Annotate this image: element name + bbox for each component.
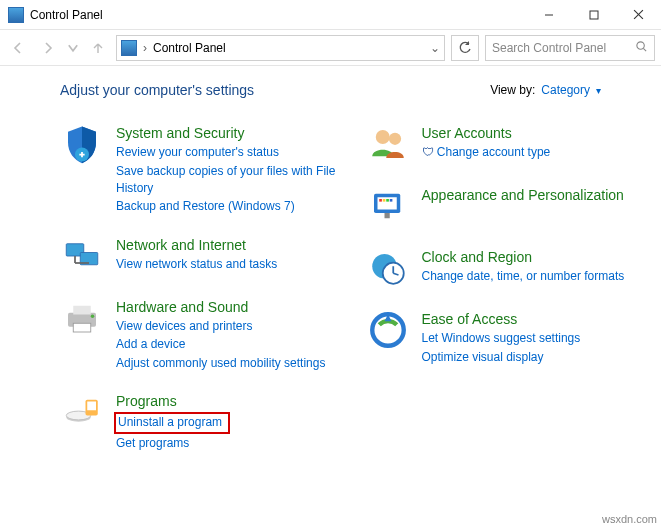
view-by-value[interactable]: Category (541, 83, 590, 97)
clock-icon (366, 246, 410, 290)
category-clock-and-region: Clock and Region Change date, time, or n… (366, 246, 642, 290)
svg-point-19 (375, 130, 389, 144)
svg-rect-27 (384, 213, 389, 218)
view-by-control: View by: Category ▾ (490, 83, 601, 97)
category-title[interactable]: User Accounts (422, 124, 551, 142)
recent-locations-button[interactable] (66, 36, 80, 60)
shield-icon (60, 122, 104, 166)
right-column: User Accounts 🛡 Change account type Appe… (366, 122, 642, 470)
chevron-down-icon[interactable]: ⌄ (430, 41, 440, 55)
control-panel-app-icon (8, 7, 24, 23)
close-button[interactable] (616, 0, 661, 30)
category-network-and-internet: Network and Internet View network status… (60, 234, 336, 278)
link-backup-restore[interactable]: Backup and Restore (Windows 7) (116, 198, 336, 215)
address-bar[interactable]: › Control Panel ⌄ (116, 35, 445, 61)
svg-rect-1 (590, 11, 598, 19)
search-placeholder: Search Control Panel (492, 41, 606, 55)
titlebar: Control Panel (0, 0, 661, 30)
category-title[interactable]: Ease of Access (422, 310, 581, 328)
link-mobility-settings[interactable]: Adjust commonly used mobility settings (116, 355, 325, 372)
category-ease-of-access: Ease of Access Let Windows suggest setti… (366, 308, 642, 366)
search-icon (635, 40, 648, 56)
link-file-history[interactable]: Save backup copies of your files with Fi… (116, 163, 336, 198)
link-change-account-type[interactable]: 🛡 Change account type (422, 144, 551, 161)
link-network-status[interactable]: View network status and tasks (116, 256, 277, 273)
user-accounts-icon (366, 122, 410, 166)
control-panel-icon (121, 40, 137, 56)
category-title[interactable]: Appearance and Personalization (422, 186, 624, 204)
link-devices-printers[interactable]: View devices and printers (116, 318, 325, 335)
svg-rect-23 (379, 199, 382, 202)
svg-rect-24 (382, 199, 385, 202)
svg-rect-25 (386, 199, 389, 202)
svg-line-5 (643, 48, 646, 51)
network-icon (60, 234, 104, 278)
page-title: Adjust your computer's settings (60, 82, 254, 98)
chevron-right-icon[interactable]: › (143, 41, 147, 55)
forward-button[interactable] (36, 36, 60, 60)
minimize-button[interactable] (526, 0, 571, 30)
ease-of-access-icon (366, 308, 410, 352)
window-title: Control Panel (30, 8, 103, 22)
left-column: System and Security Review your computer… (60, 122, 336, 470)
programs-icon (60, 390, 104, 434)
category-user-accounts: User Accounts 🛡 Change account type (366, 122, 642, 166)
caret-down-icon[interactable]: ▾ (596, 85, 601, 96)
category-title[interactable]: System and Security (116, 124, 336, 142)
content-area: Adjust your computer's settings View by:… (0, 66, 661, 480)
maximize-button[interactable] (571, 0, 616, 30)
category-hardware-and-sound: Hardware and Sound View devices and prin… (60, 296, 336, 372)
category-title[interactable]: Network and Internet (116, 236, 277, 254)
link-optimize-display[interactable]: Optimize visual display (422, 349, 581, 366)
link-uninstall-program[interactable]: Uninstall a program (118, 415, 222, 429)
link-review-status[interactable]: Review your computer's status (116, 144, 336, 161)
up-button[interactable] (86, 36, 110, 60)
link-date-time-formats[interactable]: Change date, time, or number formats (422, 268, 625, 285)
search-input[interactable]: Search Control Panel (485, 35, 655, 61)
breadcrumb-path[interactable]: Control Panel (153, 41, 424, 55)
svg-point-14 (91, 314, 95, 318)
appearance-icon (366, 184, 410, 228)
highlight-box: Uninstall a program (114, 412, 230, 433)
svg-rect-26 (389, 199, 392, 202)
category-title[interactable]: Hardware and Sound (116, 298, 325, 316)
printer-icon (60, 296, 104, 340)
link-add-device[interactable]: Add a device (116, 336, 325, 353)
svg-rect-18 (87, 402, 96, 411)
svg-point-4 (637, 41, 644, 48)
watermark-text: wsxdn.com (602, 513, 657, 525)
category-appearance-personalization: Appearance and Personalization (366, 184, 642, 228)
svg-rect-13 (73, 323, 91, 332)
svg-point-20 (388, 133, 400, 145)
view-by-label: View by: (490, 83, 535, 97)
link-get-programs[interactable]: Get programs (116, 435, 230, 452)
svg-rect-12 (73, 306, 91, 315)
category-system-and-security: System and Security Review your computer… (60, 122, 336, 216)
category-title[interactable]: Clock and Region (422, 248, 625, 266)
link-suggest-settings[interactable]: Let Windows suggest settings (422, 330, 581, 347)
refresh-button[interactable] (451, 35, 479, 61)
back-button[interactable] (6, 36, 30, 60)
toolbar: › Control Panel ⌄ Search Control Panel (0, 30, 661, 66)
category-programs: Programs Uninstall a program Get program… (60, 390, 336, 452)
category-title[interactable]: Programs (116, 392, 230, 410)
